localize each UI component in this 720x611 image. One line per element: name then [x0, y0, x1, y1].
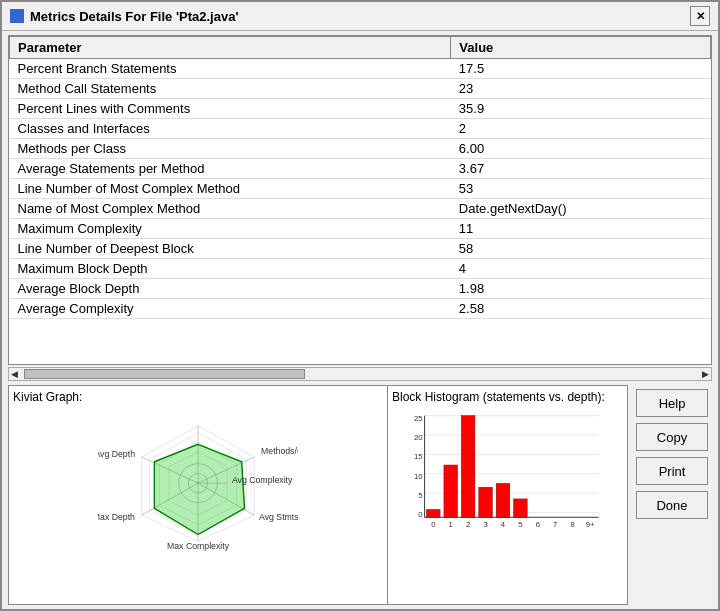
svg-text:3: 3 [483, 520, 487, 529]
copy-button[interactable]: Copy [636, 423, 708, 451]
kiviat-title: Kiviat Graph: [13, 390, 383, 404]
table-row: Average Complexity2.58 [10, 299, 711, 319]
param-cell: Line Number of Deepest Block [10, 239, 451, 259]
value-cell: 1.98 [451, 279, 711, 299]
svg-text:7: 7 [553, 520, 557, 529]
window-icon [10, 9, 24, 23]
value-cell: 23 [451, 79, 711, 99]
svg-text:0: 0 [418, 510, 422, 519]
table-row: Average Statements per Method3.67 [10, 159, 711, 179]
param-cell: Methods per Class [10, 139, 451, 159]
metrics-table: Parameter Value Percent Branch Statement… [9, 36, 711, 319]
svg-text:8: 8 [570, 520, 574, 529]
svg-text:Max Depth: Max Depth [98, 512, 135, 522]
kiviat-canvas: % Comments Methods/Class Avg Stmts/Metho… [13, 406, 383, 600]
histogram-panel: Block Histogram (statements vs. depth): … [388, 385, 628, 605]
table-row: Classes and Interfaces2 [10, 119, 711, 139]
value-cell: 35.9 [451, 99, 711, 119]
svg-text:Avg Stmts/Method: Avg Stmts/Method [259, 512, 298, 522]
value-cell: 2.58 [451, 299, 711, 319]
metrics-table-container[interactable]: Parameter Value Percent Branch Statement… [8, 35, 712, 365]
svg-text:1: 1 [449, 520, 453, 529]
param-cell: Maximum Block Depth [10, 259, 451, 279]
param-cell: Percent Lines with Comments [10, 99, 451, 119]
table-row: Methods per Class6.00 [10, 139, 711, 159]
scroll-right-arrow[interactable]: ▶ [700, 369, 711, 379]
svg-text:Avg Complexity: Avg Complexity [232, 475, 293, 485]
svg-rect-37 [461, 416, 475, 518]
col-header-parameter: Parameter [10, 37, 451, 59]
svg-text:9+: 9+ [586, 520, 595, 529]
value-cell: 53 [451, 179, 711, 199]
histogram-svg: 0 5 10 15 20 25 [392, 406, 612, 556]
param-cell: Name of Most Complex Method [10, 199, 451, 219]
svg-rect-38 [479, 487, 493, 517]
value-cell: Date.getNextDay() [451, 199, 711, 219]
window-title: Metrics Details For File 'Pta2.java' [30, 9, 239, 24]
value-cell: 4 [451, 259, 711, 279]
svg-text:5: 5 [518, 520, 522, 529]
svg-text:6: 6 [536, 520, 540, 529]
svg-rect-40 [514, 499, 528, 517]
value-cell: 2 [451, 119, 711, 139]
table-row: Average Block Depth1.98 [10, 279, 711, 299]
table-row: Maximum Block Depth4 [10, 259, 711, 279]
histogram-title: Block Histogram (statements vs. depth): [392, 390, 623, 404]
title-bar-left: Metrics Details For File 'Pta2.java' [10, 9, 239, 24]
horizontal-scrollbar[interactable]: ◀ ▶ [8, 367, 712, 381]
svg-text:% Comments: % Comments [172, 423, 225, 425]
svg-text:Max Complexity: Max Complexity [167, 541, 230, 551]
param-cell: Method Call Statements [10, 79, 451, 99]
value-cell: 3.67 [451, 159, 711, 179]
svg-text:5: 5 [418, 491, 422, 500]
button-panel: Help Copy Print Done [628, 385, 712, 605]
kiviat-panel: Kiviat Graph: [8, 385, 388, 605]
svg-text:25: 25 [414, 414, 423, 423]
svg-text:2: 2 [466, 520, 470, 529]
table-row: Method Call Statements23 [10, 79, 711, 99]
print-button[interactable]: Print [636, 457, 708, 485]
value-cell: 17.5 [451, 59, 711, 79]
svg-rect-36 [444, 465, 458, 517]
title-bar: Metrics Details For File 'Pta2.java' ✕ [2, 2, 718, 31]
svg-marker-11 [154, 444, 244, 534]
svg-rect-39 [496, 483, 510, 517]
value-cell: 58 [451, 239, 711, 259]
svg-text:15: 15 [414, 452, 423, 461]
help-button[interactable]: Help [636, 389, 708, 417]
table-row: Line Number of Most Complex Method53 [10, 179, 711, 199]
svg-text:10: 10 [414, 472, 423, 481]
value-cell: 11 [451, 219, 711, 239]
close-button[interactable]: ✕ [690, 6, 710, 26]
table-row: Percent Lines with Comments35.9 [10, 99, 711, 119]
value-cell: 6.00 [451, 139, 711, 159]
svg-text:0: 0 [431, 520, 435, 529]
bottom-section: Kiviat Graph: [8, 385, 712, 605]
svg-text:Methods/Class: Methods/Class [261, 446, 298, 456]
param-cell: Percent Branch Statements [10, 59, 451, 79]
kiviat-svg: % Comments Methods/Class Avg Stmts/Metho… [98, 423, 298, 583]
svg-rect-35 [427, 510, 441, 518]
param-cell: Line Number of Most Complex Method [10, 179, 451, 199]
param-cell: Average Complexity [10, 299, 451, 319]
histogram-canvas: 0 5 10 15 20 25 [392, 406, 623, 600]
table-row: Name of Most Complex MethodDate.getNextD… [10, 199, 711, 219]
main-window: Metrics Details For File 'Pta2.java' ✕ P… [0, 0, 720, 611]
param-cell: Average Block Depth [10, 279, 451, 299]
done-button[interactable]: Done [636, 491, 708, 519]
param-cell: Classes and Interfaces [10, 119, 451, 139]
svg-text:4: 4 [501, 520, 506, 529]
table-row: Maximum Complexity11 [10, 219, 711, 239]
svg-text:Avg Depth: Avg Depth [98, 449, 135, 459]
svg-text:20: 20 [414, 433, 423, 442]
scroll-left-arrow[interactable]: ◀ [9, 369, 20, 379]
col-header-value: Value [451, 37, 711, 59]
param-cell: Average Statements per Method [10, 159, 451, 179]
param-cell: Maximum Complexity [10, 219, 451, 239]
scroll-thumb[interactable] [24, 369, 305, 379]
table-row: Percent Branch Statements17.5 [10, 59, 711, 79]
table-row: Line Number of Deepest Block58 [10, 239, 711, 259]
